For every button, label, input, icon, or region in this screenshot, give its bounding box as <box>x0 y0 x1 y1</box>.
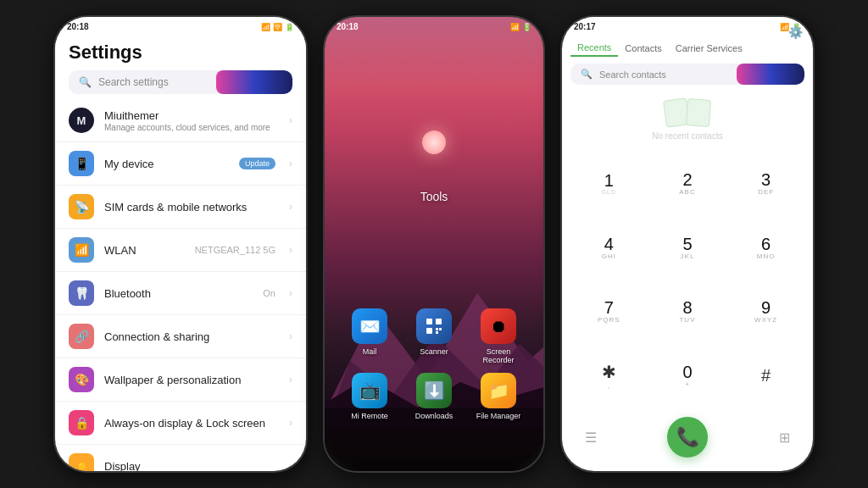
key-2[interactable]: 2 ABC <box>649 152 726 215</box>
aod-label: Always-on display & Lock screen <box>104 417 279 430</box>
wlan-icon: 📶 <box>69 237 94 263</box>
settings-header: Settings 🔍 Search settings <box>55 33 306 99</box>
app-downloads[interactable]: ⬇️ Downloads <box>406 373 462 420</box>
sim-label: SIM cards & mobile networks <box>104 201 279 214</box>
search-bar-gradient <box>216 70 292 94</box>
key-8[interactable]: 8 TUV <box>649 280 726 343</box>
wallpaper-content: Wallpaper & personalization <box>104 374 279 386</box>
home-status-bar: 20:18 📶 🔋 <box>325 17 543 33</box>
miuithemer-content: Miuithemer Manage accounts, cloud servic… <box>104 109 279 132</box>
filemanager-label: File Manager <box>476 412 521 420</box>
svg-rect-6 <box>426 328 432 334</box>
wifi-icon: 🛜 <box>273 23 282 31</box>
dialer-search-icon: 🔍 <box>581 69 593 80</box>
app-grid: ✉️ Mail Scanner ⏺ Screen Recorder 📺 Mi R… <box>325 308 543 420</box>
filemanager-icon: 📁 <box>481 373 516 408</box>
dialer-screen: 20:17 📶 🔋 ⚙️ Recents Contacts Carrier Se… <box>562 17 813 471</box>
app-recorder[interactable]: ⏺ Screen Recorder <box>470 308 526 364</box>
settings-item-bluetooth[interactable]: 🦷 Bluetooth On › <box>55 272 306 315</box>
dock <box>325 429 543 471</box>
key-star[interactable]: ✱ , <box>570 345 648 408</box>
key-5[interactable]: 5 JKL <box>649 217 726 280</box>
app-filemanager[interactable]: 📁 File Manager <box>470 373 526 420</box>
app-miremote[interactable]: 📺 Mi Remote <box>342 373 398 420</box>
dialer-menu-button[interactable]: ☰ <box>579 425 603 449</box>
settings-gear-icon[interactable]: ⚙️ <box>788 25 803 39</box>
key-hash[interactable]: # <box>727 345 804 408</box>
svg-rect-4 <box>426 319 432 324</box>
key-1[interactable]: 1 GLD <box>570 152 648 215</box>
wallpaper-icon: 🎨 <box>69 367 94 392</box>
settings-item-sim[interactable]: 📡 SIM cards & mobile networks › <box>55 186 306 229</box>
folder-label: Tools <box>420 190 448 203</box>
app-mail[interactable]: ✉️ Mail <box>342 308 398 364</box>
miremote-label: Mi Remote <box>351 412 388 420</box>
chevron-icon: › <box>289 201 292 213</box>
aod-content: Always-on display & Lock screen <box>104 417 279 430</box>
mail-label: Mail <box>363 347 377 356</box>
dialer-grid-button[interactable]: ⊞ <box>772 425 796 449</box>
mydevice-icon: 📱 <box>69 151 94 176</box>
wallpaper-label: Wallpaper & personalization <box>104 374 279 386</box>
settings-item-miuithemer[interactable]: M Miuithemer Manage accounts, cloud serv… <box>55 99 306 142</box>
miremote-icon: 📺 <box>352 373 387 408</box>
key-6[interactable]: 6 MNO <box>727 217 804 280</box>
settings-list: M Miuithemer Manage accounts, cloud serv… <box>55 99 306 471</box>
tab-carrier[interactable]: Carrier Services <box>669 41 749 56</box>
scanner-svg <box>424 316 444 336</box>
key-0[interactable]: 0 + <box>649 345 726 408</box>
phone-settings: 20:18 📶 🛜 🔋 Settings 🔍 Search settings M… <box>53 15 308 473</box>
key-3[interactable]: 3 DEF <box>727 152 804 215</box>
home-status-time: 20:18 <box>337 22 359 31</box>
bt-value: On <box>263 288 275 298</box>
recorder-icon: ⏺ <box>481 308 516 344</box>
chevron-icon: › <box>289 417 292 429</box>
conn-content: Connection & sharing <box>104 330 279 343</box>
miuithemer-sub: Manage accounts, cloud services, and mor… <box>104 123 279 132</box>
chevron-icon: › <box>289 158 292 169</box>
scanner-icon <box>416 308 452 344</box>
downloads-label: Downloads <box>415 412 453 420</box>
home-screen: 20:18 📶 🔋 Tools ✉️ Mail Scanner ⏺ Scre <box>325 17 543 471</box>
phone-dialer: 20:17 📶 🔋 ⚙️ Recents Contacts Carrier Se… <box>560 15 815 473</box>
recorder-label: Screen Recorder <box>470 347 526 364</box>
key-4[interactable]: 4 GHI <box>570 217 648 280</box>
key-9[interactable]: 9 WXYZ <box>727 280 804 343</box>
settings-item-wlan[interactable]: 📶 WLAN NETGEAR_112 5G › <box>55 229 306 272</box>
settings-item-mydevice[interactable]: 📱 My device Update › <box>55 142 306 186</box>
connection-icon: 🔗 <box>69 324 94 349</box>
key-7[interactable]: 7 PQRS <box>570 280 648 343</box>
settings-search-bar[interactable]: 🔍 Search settings <box>69 70 292 94</box>
display-label: Display <box>104 460 279 472</box>
status-time: 20:18 <box>67 22 89 31</box>
svg-rect-7 <box>436 328 438 330</box>
wlan-content: WLAN <box>104 244 185 257</box>
settings-item-aod[interactable]: 🔒 Always-on display & Lock screen › <box>55 402 306 445</box>
dialer-tabs: Recents Contacts Carrier Services <box>562 33 813 60</box>
mydevice-label: My device <box>104 158 229 170</box>
settings-title: Settings <box>69 42 292 64</box>
conn-label: Connection & sharing <box>104 330 279 343</box>
miuithemer-label: Miuithemer <box>104 109 279 122</box>
contact-card-2 <box>686 98 711 127</box>
tab-contacts[interactable]: Contacts <box>618 41 668 56</box>
settings-item-connection[interactable]: 🔗 Connection & sharing › <box>55 315 306 358</box>
dialer-search-bar[interactable]: 🔍 Search contacts <box>570 64 804 85</box>
chevron-icon: › <box>289 114 292 126</box>
status-bar-settings: 20:18 📶 🛜 🔋 <box>55 17 306 33</box>
app-scanner[interactable]: Scanner <box>406 308 462 364</box>
aod-icon: 🔒 <box>69 410 94 435</box>
no-recents-label: No recent contacts <box>652 131 722 141</box>
chevron-icon: › <box>289 287 292 299</box>
settings-item-display[interactable]: ☀️ Display › <box>55 445 306 471</box>
tab-recents[interactable]: Recents <box>570 40 618 57</box>
chevron-icon: › <box>289 460 292 471</box>
status-icons: 📶 🛜 🔋 <box>261 23 294 31</box>
numpad: 1 GLD 2 ABC 3 DEF 4 GHI 5 JKL 6 MNO <box>562 149 813 410</box>
bt-label: Bluetooth <box>104 287 253 300</box>
settings-item-wallpaper[interactable]: 🎨 Wallpaper & personalization › <box>55 358 306 402</box>
settings-screen: 20:18 📶 🛜 🔋 Settings 🔍 Search settings M… <box>55 17 306 471</box>
mydevice-content: My device <box>104 158 229 170</box>
call-button[interactable]: 📞 <box>667 417 708 458</box>
wlan-label: WLAN <box>104 244 185 257</box>
